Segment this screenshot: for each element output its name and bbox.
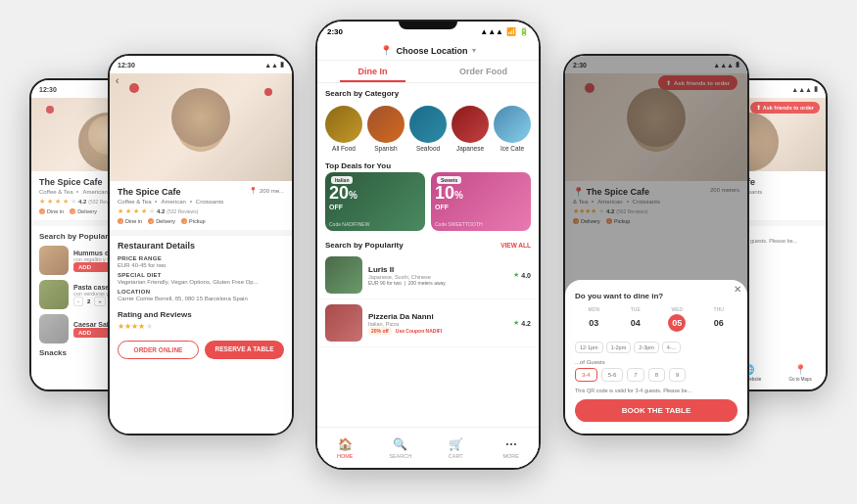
left-distance: 200 me...	[260, 188, 284, 194]
left-wifi: ▲▲	[264, 62, 278, 69]
modal-title: Do you want to dine in?	[575, 292, 738, 300]
day-thu[interactable]: THU 06	[700, 306, 738, 334]
deal-italian-off: OFF	[329, 204, 343, 210]
far-left-rating: 4.2	[78, 199, 86, 205]
notch	[399, 22, 457, 29]
guest-3-4[interactable]: 3-4	[575, 368, 597, 382]
luris-rating-val: 4.0	[521, 272, 531, 279]
close-modal-btn[interactable]: ✕	[734, 284, 741, 295]
more-label: MORE	[503, 453, 520, 459]
location-pin-icon: 📍	[380, 45, 392, 56]
day-tue[interactable]: TUE 04	[617, 306, 655, 334]
option-dine: ✓ Dine in	[39, 208, 64, 214]
guest-5-6[interactable]: 5-6	[601, 368, 624, 382]
restaurant-pizzeria[interactable]: Pizzeria Da Nanni Italian, Pizza 20% off…	[317, 299, 539, 347]
pizzeria-discount: 20% off	[368, 327, 392, 335]
guests-label: ...of Guests	[575, 359, 738, 365]
categories-row: All Food Spanish Seafood Japanese Ice Ca…	[317, 100, 539, 158]
reserve-table-btn[interactable]: RESERVE A TABLE	[205, 341, 284, 359]
quantity: 2	[87, 298, 90, 304]
location-label: LOCATION	[118, 289, 284, 295]
time-slots: 12-1pm 1-2pm 2-3pm 4-...	[575, 342, 738, 353]
option-delivery: ✓ Delivery	[70, 208, 97, 214]
deal-italian[interactable]: Italian 20% OFF Code NADIFINEW	[325, 172, 425, 231]
slot-2[interactable]: 2-3pm	[634, 342, 659, 353]
back-arrow[interactable]: ‹	[116, 75, 119, 86]
left-tag-coffee: Coffee & Tea	[118, 199, 151, 205]
guest-9[interactable]: 9	[669, 368, 686, 382]
popularity-header: Search by Popularity VIEW ALL	[317, 237, 539, 252]
left-stars: ★ ★ ★ ★ ★ 4.2 (532 Reviews)	[118, 207, 284, 215]
cat-japanese-img	[452, 106, 489, 143]
left-time: 12:30	[118, 62, 135, 69]
star-half: ★	[71, 198, 76, 206]
slot-4[interactable]: 4-...	[662, 342, 681, 353]
maps-label: Go to Maps	[789, 377, 812, 382]
left-option-delivery: ✓ Delivery	[148, 218, 175, 224]
food-thumb-2	[39, 280, 69, 309]
deals-section-title: Top Deals for You	[317, 158, 539, 172]
location-arrow-icon: ▾	[472, 46, 476, 55]
slot-1[interactable]: 1-2pm	[606, 342, 632, 353]
tab-order-food[interactable]: Order Food	[428, 61, 539, 82]
view-all-btn[interactable]: VIEW ALL	[500, 242, 531, 249]
nav-more[interactable]: ⋯ MORE	[484, 437, 540, 459]
cat-seafood[interactable]: Seafood	[409, 106, 447, 152]
location-value: Carrer Comte Borrell, 65, 080 15 Barcelo…	[118, 296, 284, 301]
left-hero	[110, 73, 292, 181]
left-reviews: (532 Reviews)	[167, 208, 198, 214]
rating-reviews-title: Rating and Reviews	[118, 310, 284, 319]
star-3: ★	[55, 198, 61, 206]
cat-japanese[interactable]: Japanese	[452, 106, 489, 152]
left-signal: ▲▲ ▮	[264, 61, 284, 69]
center-wifi: 📶	[506, 27, 516, 36]
day-mon[interactable]: MON 03	[575, 306, 613, 334]
deals-row: Italian 20% OFF Code NADIFINEW Sweets 10…	[317, 172, 539, 237]
cat-ice[interactable]: Ice Cate	[494, 106, 531, 152]
cat-spanish[interactable]: Spanish	[367, 106, 405, 152]
phone-center: 2:30 ▲▲▲ 📶 🔋 📍 Choose Location ▾ Dine In…	[315, 20, 541, 470]
book-table-btn[interactable]: BOOK THE TABLE	[575, 399, 738, 422]
price-range-label: PRICE RANGE	[118, 255, 284, 261]
nav-home[interactable]: 🏠 HOME	[317, 437, 373, 459]
restaurant-details: Restaurant Details PRICE RANGE EUR 40-45…	[110, 236, 292, 310]
location-bar[interactable]: 📍 Choose Location ▾	[317, 41, 539, 61]
bottom-nav: 🏠 HOME 🔍 SEARCH 🛒 CART ⋯ MORE	[317, 427, 539, 468]
cat-spanish-img	[367, 106, 405, 143]
deal-sweets-off: OFF	[435, 204, 449, 210]
action-maps[interactable]: 📍 Go to Maps	[789, 364, 812, 382]
pizzeria-star: ★	[513, 319, 519, 327]
luris-rating: ★ 4.0	[513, 271, 531, 279]
guest-8[interactable]: 8	[648, 368, 665, 382]
price-range-value: EUR 40-45 for two	[118, 262, 284, 268]
cat-all-food[interactable]: All Food	[325, 106, 362, 152]
day-wed[interactable]: WED 05	[658, 306, 696, 334]
star-4: ★	[63, 198, 69, 206]
home-icon: 🏠	[338, 437, 353, 451]
slot-12[interactable]: 12-1pm	[575, 342, 603, 353]
cat-all-label: All Food	[332, 145, 356, 152]
tab-dine-in[interactable]: Dine In	[317, 61, 428, 82]
left-status-bar: 12:30 ▲▲ ▮	[110, 56, 292, 73]
rv-star-empty: ★	[146, 322, 153, 331]
deal-sweets[interactable]: Sweets 10% OFF Code SWEETTOOTH	[431, 172, 531, 231]
restaurant-luris[interactable]: Luris II Japanese, Sushi, Chinese EUR 90…	[317, 252, 539, 299]
center-time: 2:30	[327, 27, 343, 36]
pizzeria-thumb	[325, 304, 362, 342]
minus-btn[interactable]: -	[73, 297, 83, 306]
food-thumb-1	[39, 246, 69, 275]
far-right-ask-btn[interactable]: ⬆ Ask friends to order	[750, 102, 820, 114]
nav-cart[interactable]: 🛒 CART	[428, 437, 484, 459]
tag-coffee: Coffee & Tea	[39, 189, 72, 195]
deal-italian-code: Code NADIFINEW	[329, 221, 369, 227]
deal-sweets-percent: 10%	[435, 184, 463, 202]
phone-left: 12:30 ▲▲ ▮ ‹ The Spice Cafe 📍 200 me...	[108, 54, 294, 435]
order-online-btn[interactable]: ORDER ONLINE	[118, 341, 199, 359]
cat-all-img	[325, 106, 362, 143]
right-screen: 2:30 ▲▲▲ ▮ ⬆ Ask friends to order	[565, 56, 747, 434]
left-delivery-icon: ✓	[148, 218, 154, 224]
star-1: ★	[39, 198, 45, 206]
guest-7[interactable]: 7	[627, 368, 643, 382]
plus-btn[interactable]: +	[94, 297, 106, 306]
nav-search[interactable]: 🔍 SEARCH	[373, 437, 429, 459]
